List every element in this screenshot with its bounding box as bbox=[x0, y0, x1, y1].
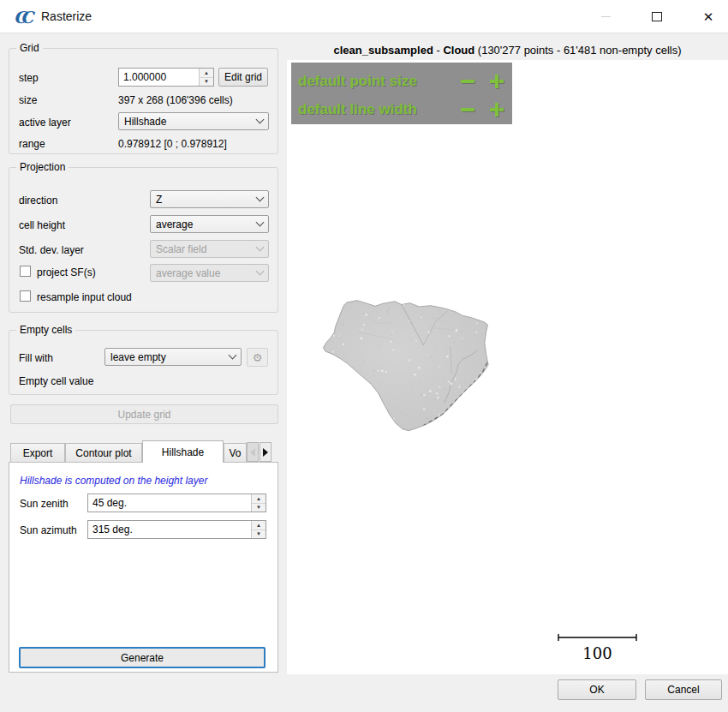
point-size-decrease-icon[interactable] bbox=[461, 80, 474, 83]
minimize-icon bbox=[601, 16, 611, 17]
3d-viewport[interactable]: default point size default line width 10… bbox=[287, 60, 728, 674]
tab-export[interactable]: Export bbox=[10, 443, 65, 462]
window-title: Rasterize bbox=[41, 9, 92, 23]
generate-button[interactable]: Generate bbox=[19, 647, 266, 668]
sun-azimuth-spin-up-button[interactable]: ▲ bbox=[252, 521, 266, 530]
range-label: range bbox=[19, 138, 45, 150]
step-spinbox: ▲ ▼ bbox=[118, 68, 214, 87]
line-width-row: default line width bbox=[298, 99, 417, 121]
direction-value: Z bbox=[156, 194, 257, 206]
hillshade-terrain-render bbox=[287, 60, 728, 674]
tab-hillshade[interactable]: Hillshade bbox=[142, 440, 224, 463]
cell-height-value: average bbox=[156, 218, 257, 230]
default-point-size-label: default point size bbox=[298, 73, 417, 90]
tab-scroll-right-button[interactable] bbox=[260, 442, 272, 462]
tab-scroll-left-icon bbox=[250, 448, 255, 457]
maximize-button[interactable] bbox=[637, 0, 677, 33]
projection-group-title: Projection bbox=[16, 161, 69, 173]
update-grid-button: Update grid bbox=[10, 404, 278, 424]
active-layer-select[interactable]: Hillshade bbox=[118, 112, 269, 130]
tab-scroll-right-icon bbox=[263, 448, 268, 457]
tab-volume-truncated[interactable]: Vo bbox=[224, 443, 247, 462]
default-line-width-label: default line width bbox=[298, 101, 417, 118]
step-spin-down-button[interactable]: ▼ bbox=[200, 77, 213, 87]
direction-label: direction bbox=[19, 194, 57, 206]
direction-select[interactable]: Z bbox=[150, 190, 269, 208]
step-input[interactable] bbox=[119, 69, 199, 86]
active-layer-label: active layer bbox=[19, 117, 71, 129]
scale-bar-value: 100 bbox=[558, 644, 637, 662]
sun-azimuth-label: Sun azimuth bbox=[20, 524, 77, 536]
ok-button[interactable]: OK bbox=[558, 679, 636, 700]
project-sf-value: average value bbox=[156, 267, 257, 279]
empty-cells-settings-button: ⚙ bbox=[247, 348, 268, 367]
sun-azimuth-spinbox: ▲ ▼ bbox=[87, 520, 266, 539]
edit-grid-button[interactable]: Edit grid bbox=[218, 68, 268, 87]
point-size-row: default point size bbox=[298, 70, 417, 93]
line-width-decrease-icon[interactable] bbox=[461, 108, 474, 111]
viewport-overlay: default point size default line width bbox=[291, 63, 512, 124]
project-sf-checkbox[interactable] bbox=[20, 266, 31, 277]
fill-with-select[interactable]: leave empty bbox=[104, 348, 242, 366]
hillshade-note: Hillshade is computed on the height laye… bbox=[20, 475, 207, 487]
minimize-button[interactable] bbox=[586, 0, 625, 33]
fill-with-value: leave empty bbox=[110, 351, 230, 363]
tab-contour-plot[interactable]: Contour plot bbox=[65, 443, 142, 462]
point-size-increase-icon[interactable] bbox=[490, 75, 504, 88]
title-bar: CC Rasterize ✕ bbox=[0, 0, 728, 33]
size-value: 397 x 268 (106'396 cells) bbox=[118, 94, 233, 106]
chevron-down-icon bbox=[256, 218, 265, 227]
resample-checkbox[interactable] bbox=[20, 290, 31, 302]
cloud-name: clean_subsampled bbox=[334, 44, 433, 57]
chevron-down-icon bbox=[256, 267, 265, 276]
step-label: step bbox=[19, 72, 39, 84]
cloud-stats: (130'277 points - 61'481 non-empty cells… bbox=[474, 44, 681, 57]
empty-cells-group-title: Empty cells bbox=[16, 324, 75, 336]
step-spin-up-button[interactable]: ▲ bbox=[200, 69, 213, 77]
cell-height-label: cell height bbox=[19, 219, 65, 231]
sun-zenith-spin-up-button[interactable]: ▲ bbox=[252, 494, 266, 503]
project-sf-select: average value bbox=[150, 264, 269, 282]
empty-cell-value-label: Empty cell value bbox=[19, 375, 93, 387]
sun-zenith-spin-down-button[interactable]: ▼ bbox=[252, 503, 266, 512]
sun-azimuth-spin-down-button[interactable]: ▼ bbox=[252, 530, 266, 539]
chevron-down-icon bbox=[256, 194, 265, 202]
range-value: 0.978912 [0 ; 0.978912] bbox=[118, 138, 227, 150]
gear-icon: ⚙ bbox=[253, 351, 263, 364]
sun-zenith-label: Sun zenith bbox=[20, 498, 69, 510]
sun-zenith-input[interactable] bbox=[88, 494, 251, 512]
project-sf-label: project SF(s) bbox=[37, 266, 96, 278]
std-dev-layer-select: Scalar field bbox=[150, 240, 269, 258]
sun-zenith-spinbox: ▲ ▼ bbox=[87, 494, 266, 512]
active-layer-value: Hillshade bbox=[124, 116, 257, 128]
fill-with-label: Fill with bbox=[19, 352, 53, 364]
resample-label: resample input cloud bbox=[37, 291, 132, 303]
maximize-icon bbox=[652, 12, 662, 21]
sun-azimuth-input[interactable] bbox=[88, 521, 251, 538]
cloud-info-header: clean_subsampled - Cloud (130'277 points… bbox=[287, 44, 728, 57]
chevron-down-icon bbox=[256, 243, 265, 252]
chevron-down-icon bbox=[229, 351, 237, 360]
std-dev-layer-label: Std. dev. layer bbox=[19, 244, 84, 256]
size-label: size bbox=[19, 94, 37, 106]
cell-height-select[interactable]: average bbox=[150, 215, 269, 233]
close-button[interactable]: ✕ bbox=[689, 0, 728, 33]
scale-bar bbox=[558, 633, 637, 642]
cancel-button[interactable]: Cancel bbox=[645, 679, 722, 700]
std-dev-layer-value: Scalar field bbox=[156, 243, 257, 255]
grid-group-title: Grid bbox=[16, 42, 43, 54]
chevron-down-icon bbox=[256, 116, 265, 124]
app-logo-icon: CC bbox=[14, 8, 34, 27]
close-icon: ✕ bbox=[703, 10, 714, 23]
cloud-type: Cloud bbox=[443, 44, 474, 57]
tab-scroll-left-button bbox=[247, 442, 259, 462]
line-width-increase-icon[interactable] bbox=[490, 103, 504, 117]
